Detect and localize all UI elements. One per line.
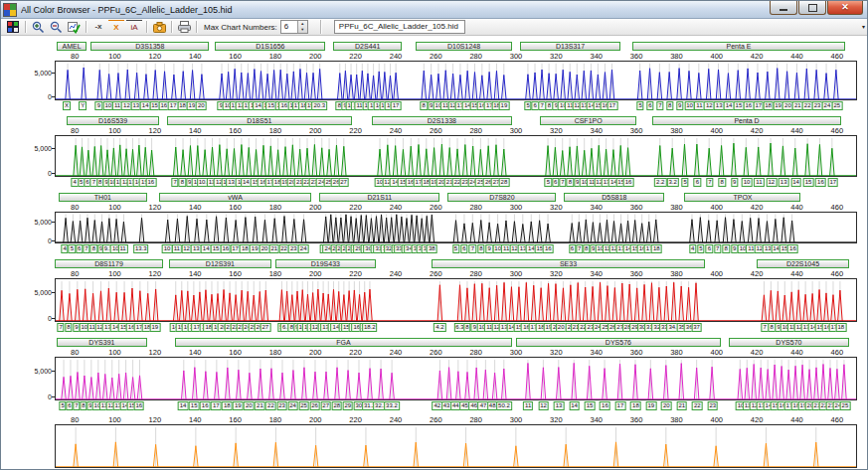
- allele-call-label: 6: [694, 178, 701, 187]
- remove-x-button[interactable]: -x: [90, 20, 106, 34]
- camera-button[interactable]: [151, 20, 167, 34]
- allele-call-label: 25: [298, 401, 309, 410]
- size-a-button[interactable]: iA: [126, 20, 142, 35]
- minimize-button[interactable]: [770, 1, 797, 15]
- chart-settings-button[interactable]: [66, 20, 82, 34]
- allele-call-label: 13: [554, 401, 565, 410]
- allele-call-label: 8: [567, 178, 574, 187]
- print-button[interactable]: [176, 20, 192, 34]
- x-axis-tick: 320: [550, 348, 563, 357]
- allele-call-label: 16: [623, 178, 634, 187]
- allele-call-label: 11: [523, 401, 533, 410]
- electropherogram-plot-orange[interactable]: [55, 424, 857, 468]
- allele-call-label: 14: [178, 401, 189, 410]
- allele-call-label: 11: [754, 178, 764, 187]
- x-axis-tick: 160: [229, 269, 242, 278]
- y-axis-tick: [52, 73, 55, 74]
- allele-call-label: 9: [731, 178, 738, 187]
- all-color-grid-icon: [7, 21, 19, 33]
- allele-call-label: 12: [538, 401, 549, 410]
- zoom-out-button[interactable]: [48, 20, 64, 34]
- electropherogram-plot-purple[interactable]: 5,0000: [55, 357, 857, 400]
- x-axis-tick: 140: [189, 126, 202, 135]
- close-button[interactable]: ✕: [827, 1, 863, 15]
- spinner-down-icon[interactable]: ▼: [298, 27, 307, 33]
- allele-call-label: 21: [255, 401, 265, 410]
- x-axis-tick: 320: [550, 269, 563, 278]
- x-axis-tick: 140: [189, 52, 202, 61]
- x-axis-tick: 260: [430, 52, 442, 61]
- y-axis-tick: [52, 222, 55, 223]
- x-axis-tick: 320: [550, 203, 563, 212]
- x-axis-row: 8010012014016018020022024026028030032034…: [55, 269, 857, 278]
- x-axis-tick: 300: [510, 203, 523, 212]
- printer-icon: [178, 21, 191, 33]
- allele-call-label: 6: [706, 244, 713, 253]
- x-axis-tick: 280: [469, 126, 482, 135]
- x-axis-tick: 360: [630, 269, 643, 278]
- x-axis-tick: 380: [670, 348, 683, 357]
- channel-row-orange: 8010012014016018020022024026028030032034…: [55, 415, 857, 470]
- x-axis-tick: 100: [108, 348, 121, 357]
- spinner-arrows[interactable]: ▲▼: [297, 21, 307, 33]
- allele-call-label: 6: [460, 244, 467, 253]
- x-axis-tick: 420: [751, 52, 764, 61]
- x-axis-tick: 400: [711, 348, 724, 357]
- allele-call-label: 20.3: [311, 101, 327, 110]
- max-chart-numbers-spinner[interactable]: 6 ▲▼: [280, 20, 308, 34]
- x-axis-tick: 360: [630, 126, 643, 135]
- x-axis-tick: 300: [510, 52, 523, 61]
- x-axis-tick: 180: [269, 126, 282, 135]
- zoom-in-button[interactable]: [30, 20, 46, 34]
- marker-label-d18s51: D18S51: [167, 116, 352, 125]
- electropherogram-trace: [62, 363, 846, 399]
- allele-call-label: 12: [766, 178, 777, 187]
- marker-header-row: TH01vWAD21S11D7S820D5S818TPOX: [55, 192, 857, 203]
- electropherogram-plot-green[interactable]: 5,0000: [55, 135, 857, 177]
- marker-label-d1s1656: D1S1656: [215, 42, 325, 51]
- x-axis-tick: 260: [430, 126, 442, 135]
- x-axis-tick: 440: [790, 269, 803, 278]
- allele-call-label: 8: [65, 323, 72, 332]
- title-bar[interactable]: All Color Browser - PPFu_6C_Allelic_Ladd…: [1, 1, 867, 19]
- marker-label-d22s1045: D22S1045: [757, 259, 849, 268]
- max-chart-numbers-label: Max Chart Numbers:: [204, 23, 277, 32]
- x-axis-tick: 400: [711, 269, 724, 278]
- x-axis-tick: 260: [430, 203, 442, 212]
- toolbar-overflow-chevron[interactable]: ▾: [862, 23, 865, 30]
- allele-call-label: 5: [545, 178, 552, 187]
- file-name-field[interactable]: PPFu_6C_Allelic_Ladder_105.hid: [334, 20, 465, 34]
- x-axis-tick: 100: [108, 52, 121, 61]
- marker-label-d7s820: D7S820: [447, 193, 556, 202]
- x-axis-tick: 100: [108, 415, 121, 424]
- marker-label-d3s1358: D3S1358: [90, 42, 209, 51]
- allele-call-label: 27: [338, 178, 349, 187]
- x-axis-tick: 140: [189, 348, 202, 357]
- all-color-grid-button[interactable]: [5, 20, 21, 34]
- marker-label-vwa: vWA: [159, 193, 311, 202]
- allele-call-label: 18.2: [362, 323, 378, 332]
- camera-icon: [153, 22, 166, 33]
- electropherogram-plot-yellow[interactable]: 5,0000: [55, 212, 857, 243]
- close-icon: ✕: [841, 2, 849, 13]
- x-axis-tick: 280: [469, 348, 482, 357]
- marker-label-dys391: DYS391: [57, 338, 147, 347]
- electropherogram-plot-blue[interactable]: 5,0000: [55, 61, 857, 100]
- size-x-button[interactable]: X: [108, 20, 124, 35]
- y-axis-max-label: 5,000: [34, 367, 52, 374]
- electropherogram-plot-red[interactable]: 5,0000: [55, 278, 857, 322]
- toolbar-separator: [146, 21, 147, 33]
- allele-call-label: 5: [69, 244, 76, 253]
- allele-call-label: 18: [630, 401, 641, 410]
- allele-call-label: 4: [61, 244, 68, 253]
- maximize-button[interactable]: [798, 1, 826, 15]
- allele-call-label: 13: [779, 178, 789, 187]
- x-axis-tick: 220: [349, 348, 362, 357]
- allele-call-label: 17: [615, 401, 626, 410]
- allele-call-label: 5: [681, 178, 688, 187]
- allele-call-label: 16: [787, 244, 798, 253]
- allele-call-label: 8: [421, 101, 428, 110]
- marker-header-row: D8S1179D12S391D19S433SE33D22S1045: [55, 258, 857, 269]
- allele-call-label: 15: [189, 401, 200, 410]
- allele-call-label: 9: [676, 101, 683, 110]
